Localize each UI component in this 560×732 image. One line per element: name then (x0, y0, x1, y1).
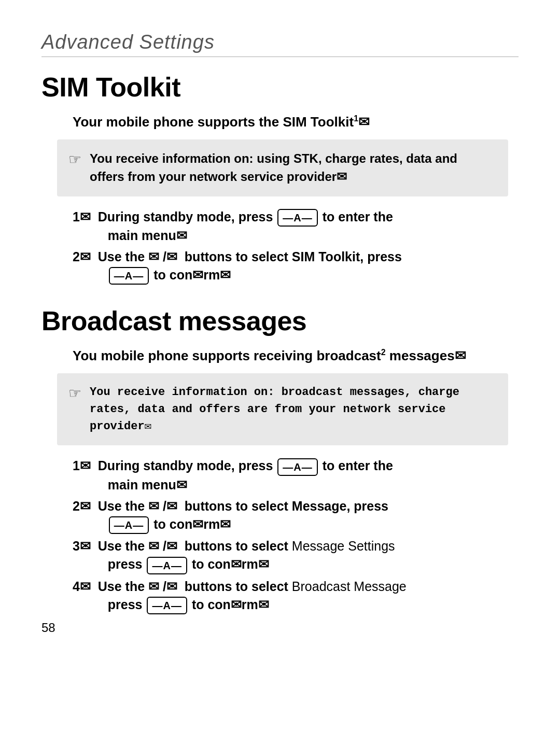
broadcast-step-1: 1✉ During standby mode, press —A— to ent… (73, 457, 519, 494)
broadcast-messages-section: Broadcast messages You mobile phone supp… (41, 305, 519, 614)
note-icon: ☞ (68, 151, 81, 168)
broadcast-intro: You mobile phone supports receiving broa… (41, 348, 519, 364)
broadcast-messages-title: Broadcast messages (41, 305, 519, 336)
key-button-a1: —A— (277, 209, 317, 227)
chapter-title: Advanced Settings (41, 31, 519, 53)
sim-toolkit-note: ☞ You receive information on: using STK,… (57, 139, 508, 196)
broadcast-step-2: 2✉ Use the ✉ /✉ buttons to select Messag… (73, 497, 519, 534)
broadcast-note: ☞ You receive information on: broadcast … (57, 373, 508, 445)
broadcast-steps: 1✉ During standby mode, press —A— to ent… (41, 457, 519, 614)
note-text: You receive information on: using STK, c… (90, 150, 494, 186)
broadcast-note-text: You receive information on: broadcast me… (90, 384, 494, 435)
sim-toolkit-steps: 1✉ During standby mode, press —A— to ent… (41, 208, 519, 285)
key-button-a2: —A— (109, 267, 149, 285)
section-divider (41, 57, 519, 57)
page-container: Advanced Settings SIM Toolkit Your mobil… (0, 0, 560, 661)
step-2: 2✉ Use the ✉ /✉ buttons to select SIM To… (73, 248, 519, 285)
sim-toolkit-intro: Your mobile phone supports the SIM Toolk… (41, 114, 519, 130)
step-1: 1✉ During standby mode, press —A— to ent… (73, 208, 519, 245)
broadcast-step-4: 4✉ Use the ✉ /✉ buttons to select Broadc… (73, 578, 519, 614)
sim-toolkit-title: SIM Toolkit (41, 72, 519, 103)
broadcast-step-3: 3✉ Use the ✉ /✉ buttons to select Messag… (73, 537, 519, 574)
page-number: 58 (41, 621, 55, 635)
key-button-b2: —A— (109, 516, 149, 534)
key-button-b4: —A— (147, 597, 187, 614)
key-button-b3: —A— (147, 557, 187, 574)
sim-toolkit-section: SIM Toolkit Your mobile phone supports t… (41, 72, 519, 285)
broadcast-note-icon: ☞ (68, 385, 81, 402)
key-button-b1: —A— (277, 458, 317, 476)
